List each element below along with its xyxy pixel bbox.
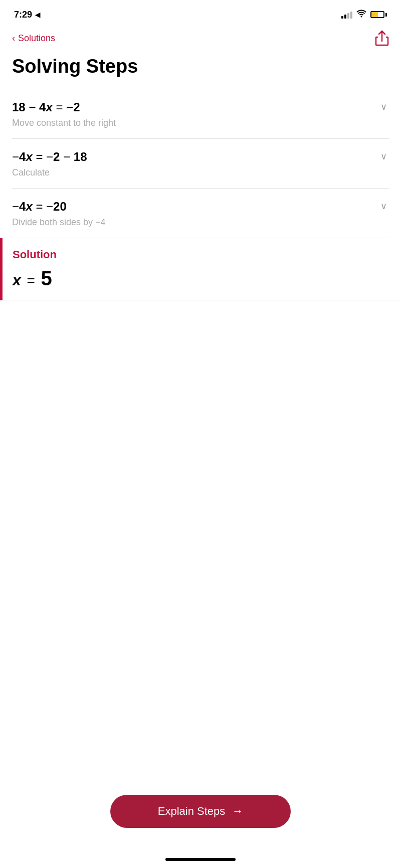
back-button[interactable]: ‹ Solutions xyxy=(12,33,55,44)
wifi-icon xyxy=(356,10,366,20)
battery-icon xyxy=(370,11,387,18)
step-row[interactable]: −4x = −20 Divide both sides by −4 ∨ xyxy=(12,189,389,238)
back-chevron-icon: ‹ xyxy=(12,33,15,44)
solution-label: Solution xyxy=(13,248,389,261)
solution-equation: x = 5 xyxy=(13,267,389,290)
page-title: Solving Steps xyxy=(0,52,401,89)
share-button[interactable] xyxy=(375,30,389,46)
signal-icon xyxy=(341,11,352,19)
step-equation: 18 − 4x = − 2 xyxy=(12,99,389,115)
solution-section: Solution x = 5 xyxy=(0,238,401,300)
time-display: 7:29 xyxy=(14,10,32,20)
chevron-down-icon[interactable]: ∨ xyxy=(380,201,387,212)
step-description: Calculate xyxy=(12,167,389,178)
back-label: Solutions xyxy=(18,33,55,44)
step-equation: −4x = −20 xyxy=(12,199,389,214)
explain-steps-button[interactable]: Explain Steps → xyxy=(110,795,291,828)
steps-container: 18 − 4x = − 2 Move constant to the right… xyxy=(0,89,401,239)
step-description: Move constant to the right xyxy=(12,118,389,128)
step-row[interactable]: 18 − 4x = − 2 Move constant to the right… xyxy=(12,89,389,139)
nav-bar: ‹ Solutions xyxy=(0,26,401,52)
arrow-right-icon: → xyxy=(232,805,243,818)
step-description: Divide both sides by −4 xyxy=(12,217,389,228)
status-time: 7:29 ◀ xyxy=(14,10,40,20)
step-equation: −4x = −2 − 18 xyxy=(12,149,389,164)
home-indicator xyxy=(165,858,236,861)
status-right-icons xyxy=(341,10,387,20)
explain-steps-container: Explain Steps → xyxy=(0,795,401,828)
chevron-down-icon[interactable]: ∨ xyxy=(380,151,387,162)
location-icon: ◀ xyxy=(35,11,40,19)
step-row[interactable]: −4x = −2 − 18 Calculate ∨ xyxy=(12,139,389,189)
status-bar: 7:29 ◀ xyxy=(0,0,401,26)
chevron-down-icon[interactable]: ∨ xyxy=(380,101,387,112)
explain-steps-label: Explain Steps xyxy=(158,805,226,818)
